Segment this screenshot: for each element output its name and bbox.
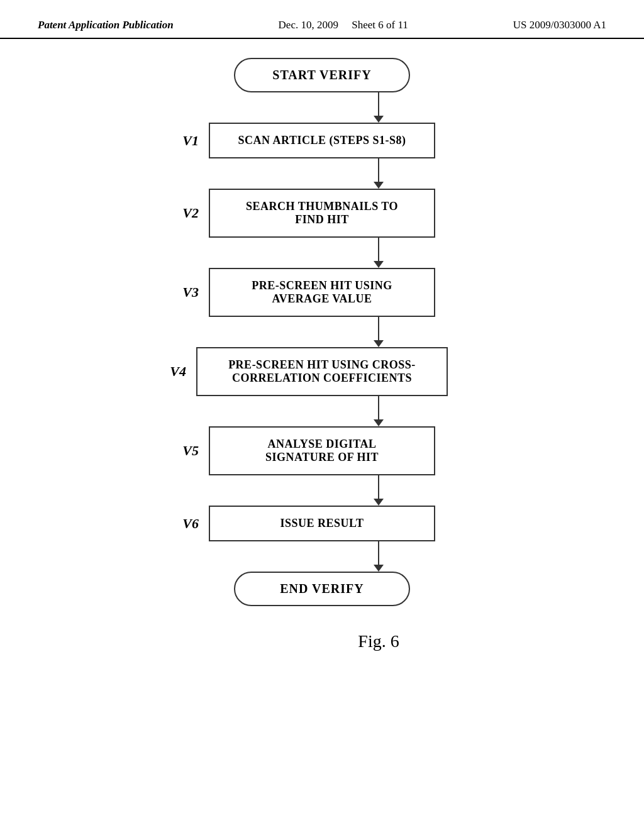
label-v3: V3 (96, 284, 209, 301)
header-patent-number: US 2009/0303000 A1 (513, 19, 606, 31)
flowchart: START VERIFY V1 SCAN ARTICLE (STEPS S1-S… (0, 39, 644, 670)
arrowhead-3 (374, 261, 384, 268)
arrowhead-2 (374, 182, 384, 189)
node-start: START VERIFY (234, 58, 410, 92)
node-v6: ISSUE RESULT (209, 506, 435, 541)
arrowhead-6 (374, 499, 384, 506)
start-verify-node: START VERIFY (234, 58, 410, 92)
node-v5: ANALYSE DIGITALSIGNATURE OF HIT (209, 426, 435, 475)
node-v4: PRE-SCREEN HIT USING CROSS-CORRELATION C… (196, 347, 448, 396)
header-date-sheet: Dec. 10, 2009 Sheet 6 of 11 (279, 19, 408, 31)
arrow-2 (378, 158, 379, 182)
header-publication-title: Patent Application Publication (38, 19, 174, 31)
node-row-v2: V2 SEARCH THUMBNAILS TOFIND HIT (0, 189, 644, 238)
arrow-4 (378, 317, 379, 341)
node-v2: SEARCH THUMBNAILS TOFIND HIT (209, 189, 435, 238)
node-row-v4: V4 PRE-SCREEN HIT USING CROSS-CORRELATIO… (0, 347, 644, 396)
label-v2: V2 (96, 205, 209, 221)
search-thumbnails-node: SEARCH THUMBNAILS TOFIND HIT (209, 189, 435, 238)
node-row-start: START VERIFY (0, 58, 644, 92)
node-v1: SCAN ARTICLE (STEPS S1-S8) (209, 123, 435, 158)
node-row-v5: V5 ANALYSE DIGITALSIGNATURE OF HIT (0, 426, 644, 475)
header-date: Dec. 10, 2009 (279, 19, 338, 31)
analyse-digital-sig-node: ANALYSE DIGITALSIGNATURE OF HIT (209, 426, 435, 475)
label-v4: V4 (83, 363, 196, 380)
end-verify-node: END VERIFY (234, 572, 410, 606)
prescreen-average-node: PRE-SCREEN HIT USINGAVERAGE VALUE (209, 268, 435, 317)
scan-article-node: SCAN ARTICLE (STEPS S1-S8) (209, 123, 435, 158)
figure-caption: Fig. 6 (358, 631, 399, 651)
arrow-5 (378, 396, 379, 420)
node-end: END VERIFY (234, 572, 410, 606)
node-row-end: END VERIFY (0, 572, 644, 606)
node-row-v1: V1 SCAN ARTICLE (STEPS S1-S8) (0, 123, 644, 158)
prescreen-crosscorr-node: PRE-SCREEN HIT USING CROSS-CORRELATION C… (196, 347, 448, 396)
arrow-6 (378, 475, 379, 499)
arrow-1 (378, 92, 379, 116)
node-row-v3: V3 PRE-SCREEN HIT USINGAVERAGE VALUE (0, 268, 644, 317)
page-header: Patent Application Publication Dec. 10, … (0, 0, 644, 39)
issue-result-node: ISSUE RESULT (209, 506, 435, 541)
label-v6: V6 (96, 516, 209, 532)
arrow-3 (378, 238, 379, 262)
arrowhead-7 (374, 565, 384, 572)
label-v1: V1 (96, 133, 209, 149)
arrowhead-1 (374, 116, 384, 123)
label-v5: V5 (96, 443, 209, 459)
node-row-v6: V6 ISSUE RESULT (0, 506, 644, 541)
arrow-7 (378, 541, 379, 565)
arrowhead-4 (374, 340, 384, 347)
arrowhead-5 (374, 419, 384, 426)
header-sheet: Sheet 6 of 11 (352, 19, 408, 31)
node-v3: PRE-SCREEN HIT USINGAVERAGE VALUE (209, 268, 435, 317)
